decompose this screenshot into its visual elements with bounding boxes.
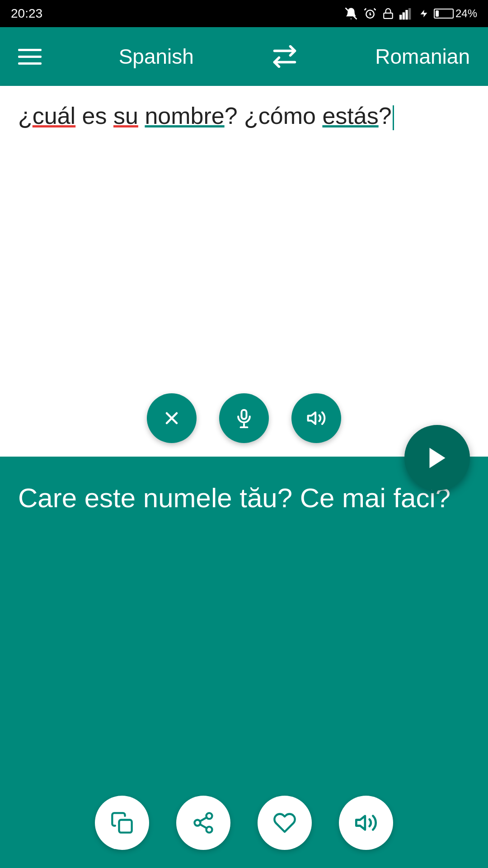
translation-output: Care este numele tău? Ce mai faci? — [18, 479, 470, 517]
heart-icon — [273, 811, 296, 835]
clear-button[interactable] — [147, 393, 197, 443]
svg-marker-15 — [308, 412, 316, 424]
source-language-label[interactable]: Spanish — [119, 44, 194, 69]
translation-speaker-button[interactable] — [339, 796, 393, 850]
translation-action-buttons — [0, 796, 488, 850]
text-cursor — [393, 105, 394, 130]
close-icon — [162, 408, 182, 428]
send-icon — [424, 444, 451, 472]
source-input[interactable]: ¿cuál es su nombre? ¿cómo estás? — [18, 99, 470, 235]
microphone-button[interactable] — [219, 393, 269, 443]
lock-icon — [382, 7, 394, 20]
status-time: 20:23 — [11, 6, 42, 21]
speaker-icon — [354, 811, 378, 835]
word-estas: estás — [322, 103, 378, 129]
speaker-icon — [306, 408, 326, 428]
charging-icon — [419, 7, 428, 20]
source-panel: ¿cuál es su nombre? ¿cómo estás? — [0, 86, 488, 457]
mic-icon — [234, 408, 254, 428]
svg-rect-12 — [242, 410, 247, 419]
svg-rect-4 — [384, 13, 393, 19]
mute-icon — [344, 7, 358, 20]
svg-line-21 — [200, 824, 207, 828]
signal-icon — [399, 7, 414, 20]
svg-rect-5 — [399, 15, 402, 20]
source-speaker-button[interactable] — [291, 393, 341, 443]
toolbar: Spanish Romanian — [0, 27, 488, 86]
translate-button[interactable] — [404, 425, 470, 491]
battery-percent: 24% — [455, 7, 477, 20]
status-icons: 24% — [344, 7, 477, 20]
swap-languages-button[interactable] — [271, 45, 298, 68]
svg-rect-7 — [405, 10, 408, 19]
translation-panel: Care este numele tău? Ce mai faci? — [0, 457, 488, 868]
svg-rect-6 — [403, 12, 405, 19]
status-bar: 20:23 — [0, 0, 488, 27]
svg-line-3 — [374, 9, 376, 10]
battery-indicator: 24% — [434, 7, 477, 20]
svg-line-2 — [364, 9, 366, 10]
svg-line-22 — [200, 817, 207, 821]
word-su: su — [113, 103, 138, 129]
share-icon — [192, 811, 215, 835]
menu-button[interactable] — [18, 49, 42, 65]
word-cual: cuál — [33, 103, 75, 129]
svg-rect-17 — [119, 820, 132, 833]
svg-marker-23 — [356, 816, 365, 830]
share-button[interactable] — [176, 796, 230, 850]
alarm-icon — [363, 7, 377, 20]
word-nombre: nombre — [145, 103, 224, 129]
svg-marker-9 — [420, 10, 427, 18]
svg-rect-8 — [408, 8, 411, 19]
favorite-button[interactable] — [258, 796, 312, 850]
svg-marker-16 — [429, 448, 445, 468]
target-language-label[interactable]: Romanian — [375, 44, 470, 69]
copy-icon — [110, 811, 134, 835]
copy-button[interactable] — [95, 796, 149, 850]
